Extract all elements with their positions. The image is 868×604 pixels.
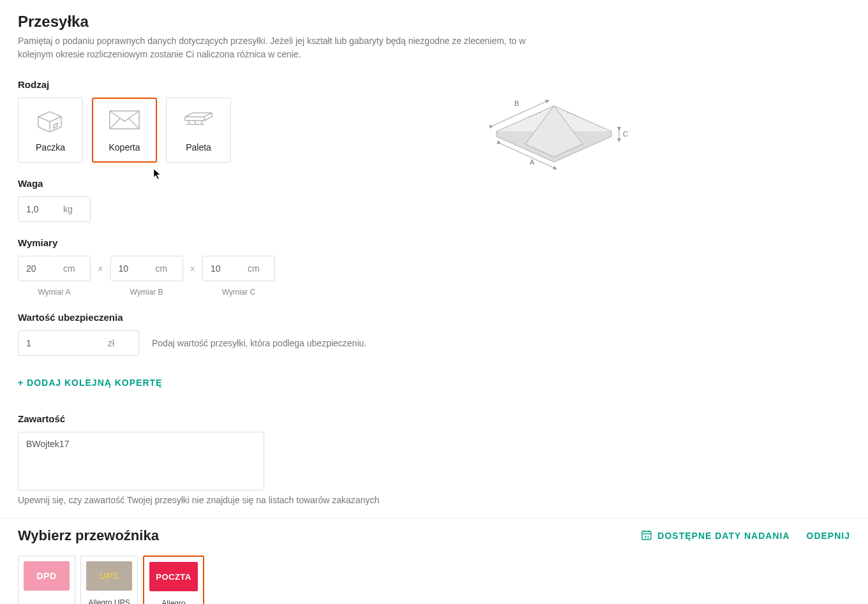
carrier-title: Wybierz przewoźnika [18, 527, 159, 544]
pallet-icon [183, 108, 214, 132]
weight-unit: kg [63, 204, 80, 214]
insurance-unit: zł [108, 338, 122, 348]
envelope-icon [108, 108, 140, 132]
dim-c-caption: Wymiar C [222, 288, 256, 297]
insurance-label: Wartość ubezpieczenia [18, 312, 426, 323]
type-card-paczka[interactable]: Paczka [18, 98, 83, 163]
dim-c-group: cm [202, 256, 275, 281]
dim-sep: x [190, 263, 197, 273]
carrier-card-poczta[interactable]: POCZTA Allegro Poczta [143, 556, 204, 604]
content-textarea[interactable]: BWojtek17 [18, 432, 264, 490]
content-note: Upewnij się, czy zawartość Twojej przesy… [18, 495, 426, 505]
dates-link-label: DOSTĘPNE DATY NADANIA [657, 531, 789, 541]
svg-text:B: B [514, 99, 519, 107]
type-label: Rodzaj [18, 79, 426, 90]
carrier-card-label: Allegro Poczta [149, 599, 198, 604]
carrier-card-label: Allegro UPS do 10 kg [86, 598, 132, 604]
dim-b-input[interactable] [111, 256, 156, 281]
dim-sep: x [97, 263, 104, 273]
carrier-badge: UPS [86, 561, 132, 591]
envelope-diagram: B A C [477, 87, 631, 184]
dim-c-input[interactable] [203, 256, 248, 281]
dim-a-caption: Wymiar A [38, 288, 70, 297]
weight-input[interactable] [19, 197, 63, 221]
type-card-label: Paczka [36, 142, 65, 152]
dim-a-unit: cm [63, 263, 83, 274]
add-envelope-button[interactable]: + DODAJ KOLEJNĄ KOPERTĘ [18, 378, 162, 388]
type-card-label: Paleta [186, 142, 211, 152]
dim-b-group: cm [110, 256, 183, 281]
carrier-badge: DPD [24, 561, 70, 591]
svg-text:C: C [623, 130, 628, 138]
dim-a-group: cm [18, 256, 91, 281]
type-card-label: Koperta [108, 142, 140, 152]
box-icon [36, 108, 65, 132]
calendar-icon: 31 [641, 529, 652, 543]
type-card-paleta[interactable]: Paleta [166, 98, 231, 163]
svg-text:A: A [530, 158, 535, 166]
carrier-card-label: Allegro DPD [26, 598, 68, 604]
unpin-link-label: ODEPNIJ [807, 531, 850, 541]
insurance-hint: Podaj wartość przesyłki, która podlega u… [152, 338, 366, 348]
carrier-badge: POCZTA [149, 562, 198, 591]
dates-link[interactable]: 31 DOSTĘPNE DATY NADANIA [641, 529, 789, 543]
unpin-link[interactable]: ODEPNIJ [807, 531, 850, 541]
dim-a-input[interactable] [19, 256, 63, 281]
dim-b-unit: cm [156, 263, 176, 274]
carrier-card-dpd[interactable]: DPD Allegro DPD [18, 556, 75, 604]
weight-input-group: kg [18, 196, 91, 222]
type-card-koperta[interactable]: Koperta [92, 98, 157, 163]
dimensions-label: Wymiary [18, 237, 426, 248]
dim-c-unit: cm [248, 263, 267, 274]
carrier-options: DPD Allegro DPD UPS Allegro UPS do 10 kg… [18, 556, 850, 604]
dim-b-caption: Wymiar B [130, 288, 163, 297]
insurance-input[interactable] [19, 331, 108, 355]
content-label: Zawartość [18, 413, 426, 424]
type-cards: Paczka Koperta [18, 98, 426, 163]
svg-text:31: 31 [645, 535, 650, 539]
shipment-desc: Pamiętaj o podaniu poprawnych danych dot… [18, 34, 560, 61]
weight-label: Waga [18, 178, 426, 189]
carrier-card-ups[interactable]: UPS Allegro UPS do 10 kg [80, 556, 138, 604]
insurance-group: zł [18, 330, 139, 356]
shipment-title: Przesyłka [18, 13, 850, 31]
